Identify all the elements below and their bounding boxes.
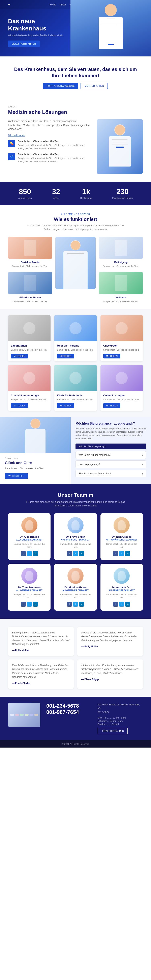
contact-phones: 001-234-5678 001-987-7654 <box>46 703 92 715</box>
how-desc: Sample text . Click to select the Text. … <box>23 224 128 231</box>
faq-item-0[interactable]: Was ist die Art der pregnancy? ▾ <box>75 451 146 459</box>
medical-item1-title: Sample text . Click to select the Text <box>18 140 91 143</box>
faq-main-btn[interactable]: Möchten Sie in pregnancy? <box>75 444 146 449</box>
banner-btn1[interactable]: FORTFAHREN ANGEBOTE <box>43 83 78 89</box>
team-member3-text: Sample text . Click to select the Text. <box>11 593 47 599</box>
team-member3-fb[interactable]: f <box>21 602 26 607</box>
service0-btn[interactable]: MITTEILEN <box>11 354 28 358</box>
testimonial3-text: Ich bin mir in eines Krankenhaus, in zu … <box>81 663 139 675</box>
hero-doctor-illustration <box>91 4 131 52</box>
team-card-5: Dr. Adriaun Grit ALLGEMEINER ZAHNARZT Sa… <box>100 564 143 611</box>
faq-item-1[interactable]: How do pregnancy? ▾ <box>75 460 146 468</box>
nav-link-about[interactable]: About <box>60 3 66 6</box>
faq-q-1: How do pregnancy? <box>78 463 100 466</box>
team-card-4: Dr. Monica Abbon ALLGEMEINER ZAHNARZT Sa… <box>54 564 97 611</box>
team-member1-role: CHIRURGISCHER ZAHNARZT <box>57 539 94 541</box>
service3-title: Covid-19 Immunologie <box>11 394 48 397</box>
team-member5-tw[interactable]: t <box>119 602 124 607</box>
team-member2-tw[interactable]: t <box>119 551 124 556</box>
team-member1-fb[interactable]: f <box>67 551 72 556</box>
faq-item-2[interactable]: Should I have the flu vaccine? ▾ <box>75 470 146 477</box>
how-item0-title: Gezielter Termin <box>21 261 40 264</box>
service3-btn[interactable]: MITTEILEN <box>11 403 28 408</box>
testimonial-card-1: Medios ist die Wiedereinsetzung (Reactiv… <box>77 627 143 656</box>
team-member3-li[interactable]: in <box>33 602 38 607</box>
team-avatar-0 <box>21 517 37 533</box>
team-member5-li[interactable]: in <box>125 602 130 607</box>
contact-phone2: 001-987-7654 <box>46 709 92 715</box>
team-title: Unser Team m <box>8 492 143 498</box>
team-avatar-1 <box>67 517 84 533</box>
team-member2-name: Dr. Nick Graded <box>104 535 140 538</box>
team-member1-tw[interactable]: t <box>73 551 78 556</box>
testimonial-card-0: Bisbjerg unseren Pharmazien nicht mehr N… <box>8 627 74 656</box>
team-member4-name: Dr. Monica Abbon <box>57 586 94 589</box>
contact-sun: Sunday ......... Closed <box>98 723 143 725</box>
medical-link[interactable]: Bild und Lernen <box>8 134 91 137</box>
hero-content: Das neue Krankenhaus Wir sind die beste … <box>8 14 70 47</box>
stat-label-2: Bestätigung <box>80 197 92 199</box>
services-section: Laboratorien Sample text . Click to sele… <box>0 309 151 417</box>
faq-arrow-1: ▾ <box>142 463 143 466</box>
how-item-2: Glücklicher Hunde Sample text . Click to… <box>8 272 52 303</box>
how-item3-title: Wellness <box>116 296 126 299</box>
team-member0-li[interactable]: in <box>33 551 38 556</box>
service2-title: Checkbook <box>103 344 140 347</box>
medical-image-area <box>97 119 143 174</box>
team-member4-li[interactable]: in <box>79 602 84 607</box>
faq-arrow-2: ▾ <box>142 472 143 475</box>
team-avatar-5 <box>114 568 130 584</box>
contact-cta-button[interactable]: JETZT FORTFAHREN <box>98 728 128 734</box>
banner-btn2[interactable]: MEHR ERFAHREN <box>81 83 108 89</box>
team-member2-li[interactable]: in <box>125 551 130 556</box>
how-item2-title: Glücklicher Hunde <box>19 296 41 299</box>
team-member3-tw[interactable]: t <box>27 602 32 607</box>
how-item-3: Wellness Sample text . Click to select t… <box>99 272 143 303</box>
team-member1-li[interactable]: in <box>79 551 84 556</box>
banner-title: Das Krankenhaus, dem Sie vertrauen, das … <box>12 66 139 79</box>
testimonial-card-2: Eine Art der medizinische Beziehung, dem… <box>8 659 74 689</box>
medical-title: Medizinische Lösungen <box>8 109 143 115</box>
hero-cta-button[interactable]: JETZT FORTFAHREN <box>8 41 40 47</box>
nav-link-home[interactable]: Home <box>49 3 56 6</box>
footer: © 2021 All Rights Reserved <box>0 740 151 748</box>
service2-text: Sample text . Click to select the Text. <box>103 348 140 352</box>
team-card-3: Dr. Tom Jammaon ALLGEMEINER ZAHNARZT Sam… <box>8 564 51 611</box>
service2-btn[interactable]: MITTEILEN <box>103 354 121 358</box>
team-member2-fb[interactable]: f <box>113 551 118 556</box>
team-card-1: Dr. Freya Smith CHIRURGISCHER ZAHNARZT S… <box>54 513 97 560</box>
team-member5-name: Dr. Adriaun Grit <box>104 586 140 589</box>
team-member3-name: Dr. Tom Jammaon <box>11 586 47 589</box>
how-item1-title: Befähigung <box>114 261 128 264</box>
team-avatar-4 <box>67 568 84 584</box>
testimonial2-author: — Frank Clarke <box>12 682 70 685</box>
service1-btn[interactable]: MITTEILEN <box>57 354 74 358</box>
how-item-0: Gezielter Termin Sample text . Click to … <box>8 237 52 268</box>
how-center-doctor <box>56 237 95 289</box>
cta-more-button[interactable]: WEITERLESEN <box>5 473 28 479</box>
team-desc: Et iusto odio dignissim qui blandit prae… <box>25 500 126 508</box>
team-member4-tw[interactable]: t <box>73 602 78 607</box>
team-member2-role: ORTHOPÄDISCHER ZAHNARZT <box>104 539 140 541</box>
team-member0-tw[interactable]: t <box>27 551 32 556</box>
service-card-5: Online Lösungen Sample text . Click to s… <box>100 365 143 411</box>
footer-text: © 2021 All Rights Reserved <box>62 743 89 745</box>
service4-text: Sample text . Click to select the Text. <box>57 398 94 401</box>
faq-desc: Invitum ut labore et dolore magna aliqua… <box>75 427 146 440</box>
contact-pills-image <box>8 703 40 727</box>
team-member0-fb[interactable]: f <box>21 551 26 556</box>
team-member2-text: Sample text . Click to select the Text. <box>104 542 140 549</box>
team-member4-text: Sample text . Click to select the Text. <box>57 593 94 599</box>
service5-btn[interactable]: MITTEILEN <box>103 403 121 408</box>
service3-text: Sample text . Click to select the Text. <box>11 398 48 401</box>
service5-title: Online Lösungen <box>103 394 140 397</box>
stat-number-1: 32 <box>52 188 60 196</box>
team-member5-fb[interactable]: f <box>113 602 118 607</box>
testimonial2-text: Eine Art der medizinische Beziehung, dem… <box>12 663 70 679</box>
service4-title: Klinik für Pathologie <box>57 394 94 397</box>
team-member4-fb[interactable]: f <box>67 602 72 607</box>
medical-section: Labor Medizinische Lösungen Wir können d… <box>0 97 151 182</box>
faq-title: Möchten Sie pregnancy radeque andr? <box>75 422 146 425</box>
service4-btn[interactable]: MITTEILEN <box>57 403 74 408</box>
stat-item-1: 32 Ärzte <box>52 188 60 199</box>
